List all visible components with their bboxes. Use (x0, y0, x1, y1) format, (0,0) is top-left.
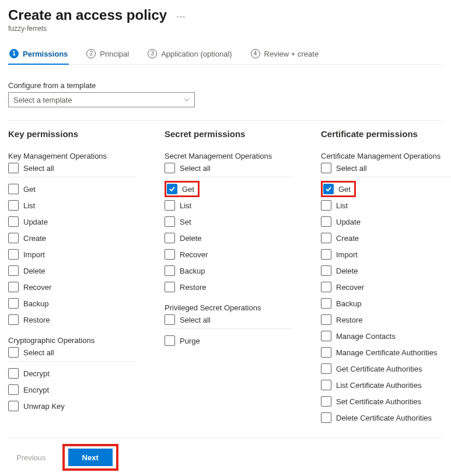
certificate-permission-row[interactable]: Manage Contacts (321, 328, 451, 344)
checkbox-label: Delete (23, 267, 46, 275)
certificate-permission-row[interactable]: Delete Certificate Authorities (321, 410, 451, 426)
key-permission-row[interactable]: Delete (8, 262, 137, 279)
checkbox[interactable] (321, 282, 331, 292)
checkbox[interactable] (8, 347, 19, 358)
template-label: Configure from a template (8, 81, 443, 90)
checkbox-label: Restore (180, 283, 207, 292)
checkbox[interactable] (321, 363, 331, 374)
key-permission-row[interactable]: Update (8, 214, 137, 230)
checkbox[interactable] (321, 380, 331, 390)
key-permission-row[interactable]: Get (8, 181, 137, 197)
checkbox[interactable] (8, 163, 19, 173)
page-title: Create an access policy (8, 7, 167, 23)
certificate-permission-row[interactable]: Delete (321, 262, 451, 279)
template-select[interactable]: Select a template (8, 92, 195, 107)
checkbox[interactable] (8, 233, 19, 243)
key-permission-row[interactable]: Create (8, 230, 137, 246)
chevron-down-icon (184, 97, 190, 103)
checkbox[interactable] (165, 335, 175, 346)
checkbox[interactable] (8, 282, 19, 292)
secret-permission-row[interactable]: Purge (165, 332, 293, 349)
checkbox[interactable] (323, 184, 334, 194)
checkbox[interactable] (165, 200, 175, 211)
checkbox[interactable] (321, 331, 331, 341)
certificate-permission-row[interactable]: Import (321, 246, 451, 262)
certificate-permission-row[interactable]: List Certificate Authorities (321, 377, 451, 393)
checkbox[interactable] (165, 216, 175, 227)
tab-step-1[interactable]: 1Permissions (8, 46, 69, 64)
tab-label: Principal (100, 50, 129, 58)
tab-step-2[interactable]: 2Principal (85, 46, 130, 64)
tab-label: Permissions (23, 50, 68, 58)
checkbox[interactable] (321, 412, 331, 423)
key-permission-row[interactable]: Unwrap Key (8, 398, 137, 414)
certificate-permission-row[interactable]: Set Certificate Authorities (321, 393, 451, 410)
certificate-select-all-row[interactable]: Select all (321, 163, 451, 177)
checkbox[interactable] (321, 314, 331, 325)
checkbox[interactable] (321, 396, 331, 407)
certificate-permission-row[interactable]: Restore (321, 312, 451, 328)
key-permission-row[interactable]: Decrypt (8, 365, 137, 382)
checkbox[interactable] (167, 184, 177, 194)
tab-step-3[interactable]: 3Application (optional) (146, 46, 233, 64)
secret-select-all-row[interactable]: Select all (165, 163, 293, 177)
key-select-all-row[interactable]: Select all (8, 347, 137, 362)
previous-button[interactable]: Previous (8, 449, 54, 466)
certificate-permission-row[interactable]: Get Certificate Authorities (321, 360, 451, 377)
key-permission-row[interactable]: List (8, 197, 137, 214)
key-select-all-row[interactable]: Select all (8, 163, 137, 177)
tab-label: Application (optional) (161, 50, 232, 58)
checkbox[interactable] (8, 368, 19, 379)
key-permission-row[interactable]: Backup (8, 295, 137, 312)
checkbox[interactable] (321, 347, 331, 358)
key-permission-row[interactable]: Encrypt (8, 382, 137, 398)
checkbox[interactable] (321, 163, 331, 173)
secret-permission-row[interactable]: Backup (165, 262, 293, 279)
checkbox[interactable] (8, 298, 19, 309)
checkbox[interactable] (165, 282, 175, 292)
checkbox[interactable] (8, 249, 19, 260)
checkbox[interactable] (321, 200, 331, 211)
secret-permissions-heading: Secret permissions (165, 129, 293, 139)
checkbox[interactable] (8, 200, 19, 211)
checkbox[interactable] (165, 249, 175, 260)
secret-permission-row[interactable]: List (165, 197, 293, 214)
secret-permission-row[interactable]: Get (165, 181, 293, 197)
certificate-permission-row[interactable]: Recover (321, 279, 451, 295)
checkbox[interactable] (8, 265, 19, 276)
checkbox[interactable] (321, 249, 331, 260)
checkbox[interactable] (321, 265, 331, 276)
tab-label: Review + create (264, 50, 319, 58)
certificate-permission-row[interactable]: Get (321, 181, 451, 197)
checkbox[interactable] (8, 216, 19, 227)
key-permission-row[interactable]: Restore (8, 312, 137, 328)
more-icon[interactable]: ··· (176, 12, 186, 22)
checkbox[interactable] (321, 233, 331, 243)
secret-select-all-row[interactable]: Select all (165, 314, 293, 329)
certificate-permission-row[interactable]: Update (321, 214, 451, 230)
secret-permission-row[interactable]: Delete (165, 230, 293, 246)
secret-permission-row[interactable]: Recover (165, 246, 293, 262)
certificate-permission-row[interactable]: Create (321, 230, 451, 246)
checkbox-label: Update (23, 218, 48, 226)
checkbox[interactable] (165, 265, 175, 276)
checkbox[interactable] (165, 314, 175, 325)
checkbox[interactable] (321, 298, 331, 309)
tab-step-4[interactable]: 4Review + create (250, 46, 320, 64)
certificate-permission-row[interactable]: Manage Certificate Authorities (321, 344, 451, 360)
checkbox[interactable] (8, 401, 19, 411)
key-permission-row[interactable]: Import (8, 246, 137, 262)
checkbox[interactable] (8, 314, 19, 325)
checkbox-label: Select all (180, 164, 211, 173)
next-button[interactable]: Next (68, 449, 113, 466)
certificate-permission-row[interactable]: List (321, 197, 451, 214)
secret-permission-row[interactable]: Restore (165, 279, 293, 295)
key-permission-row[interactable]: Recover (8, 279, 137, 295)
certificate-permission-row[interactable]: Backup (321, 295, 451, 312)
checkbox[interactable] (321, 216, 331, 227)
checkbox[interactable] (8, 384, 19, 395)
checkbox[interactable] (165, 163, 175, 173)
checkbox[interactable] (165, 233, 175, 243)
checkbox[interactable] (8, 184, 19, 194)
secret-permission-row[interactable]: Set (165, 214, 293, 230)
